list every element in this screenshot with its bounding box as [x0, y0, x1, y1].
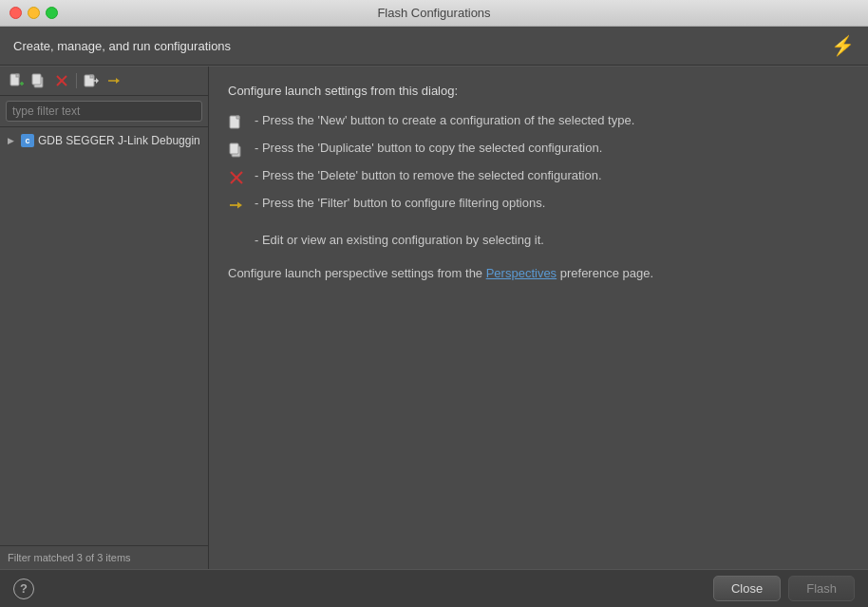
- delete-config-button[interactable]: [51, 70, 72, 91]
- filter-arrow-icon: [228, 197, 245, 214]
- main-area: ▶ c GDB SEGGER J-Link Debuggin Filter ma…: [0, 66, 868, 569]
- perspective-line-suffix: preference page.: [557, 266, 653, 280]
- perspective-line: Configure launch perspective settings fr…: [228, 266, 849, 280]
- tree-item-label: GDB SEGGER J-Link Debuggin: [38, 134, 200, 147]
- new-doc-icon: [228, 114, 245, 131]
- instruction-new-text: - Press the 'New' button to create a con…: [255, 113, 634, 127]
- instruction-list: - Press the 'New' button to create a con…: [228, 113, 849, 214]
- window-title: Flash Configurations: [377, 6, 490, 20]
- help-button[interactable]: ?: [13, 579, 34, 599]
- duplicate-config-button[interactable]: [28, 70, 49, 91]
- instruction-filter: - Press the 'Filter' button to configure…: [228, 196, 849, 214]
- svg-rect-16: [230, 143, 238, 154]
- perspective-line-prefix: Configure launch perspective settings fr…: [228, 266, 486, 280]
- header-bar: Create, manage, and run configurations ⚡: [0, 27, 868, 66]
- titlebar: Flash Configurations: [0, 0, 868, 27]
- instruction-duplicate: - Press the 'Duplicate' button to copy t…: [228, 141, 849, 159]
- filter-config-button[interactable]: [104, 70, 124, 91]
- instruction-delete-text: - Press the 'Delete' button to remove th…: [255, 168, 602, 182]
- minimize-window-button[interactable]: [28, 7, 40, 19]
- configurations-toolbar: [0, 66, 208, 96]
- filter-input[interactable]: [6, 101, 202, 122]
- svg-rect-5: [32, 74, 41, 85]
- instruction-delete: - Press the 'Delete' button to remove th…: [228, 168, 849, 186]
- svg-rect-9: [90, 75, 93, 78]
- perspective-link[interactable]: Perspectives: [486, 266, 557, 280]
- new-config-button[interactable]: [6, 70, 27, 91]
- svg-marker-20: [237, 202, 242, 209]
- action-buttons: Close Flash: [713, 576, 855, 601]
- close-button[interactable]: Close: [713, 576, 781, 601]
- filter-input-wrap: [0, 96, 208, 127]
- tree-area: ▶ c GDB SEGGER J-Link Debuggin: [0, 127, 208, 545]
- close-window-button[interactable]: [9, 7, 22, 19]
- filter-status: Filter matched 3 of 3 items: [0, 545, 208, 569]
- delete-icon: [228, 169, 245, 186]
- toolbar-separator: [76, 73, 77, 88]
- svg-marker-11: [96, 78, 99, 84]
- flash-icon: ⚡: [831, 34, 855, 57]
- flash-button[interactable]: Flash: [788, 576, 855, 601]
- bottom-bar: ? Close Flash: [0, 569, 868, 607]
- list-item[interactable]: ▶ c GDB SEGGER J-Link Debuggin: [0, 131, 208, 150]
- tree-item-type-icon: c: [21, 134, 34, 147]
- instruction-duplicate-text: - Press the 'Duplicate' button to copy t…: [255, 141, 602, 155]
- left-panel: ▶ c GDB SEGGER J-Link Debuggin Filter ma…: [0, 66, 209, 569]
- instructions-header: Configure launch settings from this dial…: [228, 84, 849, 98]
- maximize-window-button[interactable]: [46, 7, 58, 19]
- window-controls[interactable]: [9, 7, 58, 19]
- svg-rect-1: [16, 74, 19, 77]
- svg-marker-13: [116, 78, 120, 84]
- duplicate-doc-icon: [228, 142, 245, 159]
- instruction-new: - Press the 'New' button to create a con…: [228, 113, 849, 131]
- tree-expand-arrow: ▶: [8, 136, 17, 145]
- instruction-filter-text: - Press the 'Filter' button to configure…: [255, 196, 545, 210]
- right-panel: Configure launch settings from this dial…: [209, 66, 868, 569]
- filter-status-text: Filter matched 3 of 3 items: [8, 552, 131, 563]
- page-title: Create, manage, and run configurations: [13, 39, 231, 53]
- export-config-button[interactable]: [81, 70, 102, 91]
- edit-view-note: - Edit or view an existing configuration…: [228, 233, 849, 247]
